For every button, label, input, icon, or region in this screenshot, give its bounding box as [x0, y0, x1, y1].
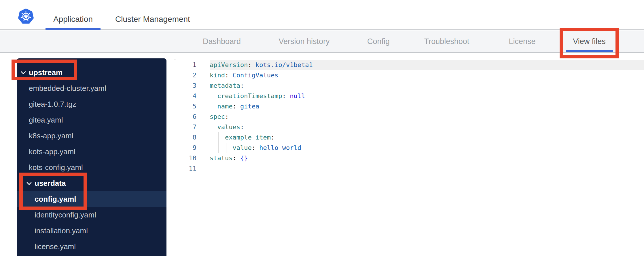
token-value: hello world [255, 144, 301, 151]
indent-guide [218, 132, 219, 143]
code-viewer[interactable]: 1apiVersion: kots.io/v1beta12kind: Confi… [174, 59, 644, 256]
topbar: ApplicationCluster Management [0, 0, 644, 30]
tree-item-license-yaml[interactable]: license.yaml [17, 239, 166, 255]
line-number: 8 [174, 132, 196, 143]
file-tree-sidebar[interactable]: upstreamembedded-cluster.yamlgitea-1.0.7… [17, 58, 166, 256]
token-value: ConfigValues [229, 72, 278, 79]
code-line-7: 7 values: [174, 122, 644, 132]
token-punct: : [225, 72, 229, 79]
code-line-content: spec: [210, 112, 644, 122]
token-const: {} [236, 154, 248, 162]
line-number: 2 [174, 70, 196, 81]
line-number: 7 [174, 122, 196, 132]
tree-item-installation-yaml[interactable]: installation.yaml [17, 223, 166, 239]
gutter-gap [196, 122, 210, 132]
tree-item-config-yaml[interactable]: config.yaml [17, 191, 166, 207]
token-punct: : [252, 144, 255, 151]
indent-guide [218, 143, 219, 153]
token-key: creationTimestamp [217, 92, 282, 100]
code-line-6: 6spec: [174, 112, 644, 122]
token-value: kots.io/v1beta1 [252, 61, 313, 68]
indent-guide [211, 143, 211, 153]
file-label: k8s-app.yaml [29, 131, 73, 140]
token-key: apiVersion [210, 61, 248, 68]
nav-tab-version-history[interactable]: Version history [272, 30, 336, 52]
code-line-3: 3metadata: [174, 81, 644, 91]
token-punct: : [240, 82, 244, 89]
code-line-content: kind: ConfigValues [210, 70, 644, 81]
line-number: 6 [174, 112, 196, 122]
token-punct: : [282, 92, 286, 100]
token-key: example_item [225, 134, 271, 141]
top-tab-cluster-management[interactable]: Cluster Management [107, 15, 198, 30]
token-key: name [217, 103, 233, 110]
code-line-content: status: {} [210, 153, 644, 163]
token-key: status [210, 154, 232, 162]
top-tabs: ApplicationCluster Management [46, 0, 198, 30]
file-label: installation.yaml [35, 226, 88, 235]
indent-guide [226, 143, 226, 153]
line-number: 1 [174, 60, 196, 70]
file-label: identityconfig.yaml [35, 211, 96, 219]
tree-item-identityconfig-yaml[interactable]: identityconfig.yaml [17, 207, 166, 223]
code-line-content: values: [210, 122, 644, 132]
line-number: 9 [174, 143, 196, 153]
code-line-content [210, 163, 644, 174]
file-label: kots-app.yaml [29, 147, 75, 156]
file-label: config.yaml [35, 195, 76, 204]
nav-tab-troubleshoot[interactable]: Troubleshoot [415, 30, 478, 52]
gutter-gap [196, 143, 210, 153]
token-punct: : [240, 123, 244, 131]
token-key: spec [210, 113, 225, 120]
code-line-2: 2kind: ConfigValues [174, 70, 644, 81]
nav-tab-license[interactable]: License [490, 30, 554, 52]
indent-guide [211, 132, 211, 143]
token-key: kind [210, 72, 225, 79]
gutter-gap [196, 81, 210, 91]
code-line-10: 10status: {} [174, 153, 644, 163]
nav-tab-config[interactable]: Config [347, 30, 410, 52]
tree-item-embedded-cluster-yaml[interactable]: embedded-cluster.yaml [17, 81, 166, 96]
token-const: null [286, 92, 305, 100]
code-line-5: 5 name: gitea [174, 101, 644, 112]
file-label: embedded-cluster.yaml [29, 84, 106, 93]
code-line-content: creationTimestamp: null [210, 91, 644, 101]
code-line-content: value: hello world [210, 143, 644, 153]
nav-tab-view-files[interactable]: View files [558, 30, 621, 52]
tree-item-upstream[interactable]: upstream [17, 65, 166, 81]
gutter-gap [196, 132, 210, 143]
token-key: value [232, 144, 251, 151]
top-tab-application[interactable]: Application [46, 15, 101, 30]
gutter-gap [196, 163, 210, 174]
tree-item-kots-config-yaml[interactable]: kots-config.yaml [17, 160, 166, 175]
code-line-content: name: gitea [210, 101, 644, 112]
token-key: metadata [210, 82, 240, 89]
folder-label: upstream [29, 68, 62, 77]
code-line-9: 9 value: hello world [174, 143, 644, 153]
folder-label: userdata [35, 179, 66, 188]
file-label: license.yaml [35, 242, 76, 251]
file-label: gitea.yaml [29, 116, 63, 125]
gutter-gap [196, 101, 210, 112]
token-punct: : [232, 154, 236, 162]
tree-item-kots-app-yaml[interactable]: kots-app.yaml [17, 144, 166, 160]
kubernetes-logo-icon[interactable] [17, 8, 35, 25]
file-label: kots-config.yaml [29, 163, 83, 172]
token-punct: : [225, 113, 229, 120]
tree-item-k8s-app-yaml[interactable]: k8s-app.yaml [17, 128, 166, 144]
line-number: 4 [174, 91, 196, 101]
tree-item-userdata[interactable]: userdata [17, 175, 166, 191]
tree-item-gitea-1-0-7-tgz[interactable]: gitea-1.0.7.tgz [17, 96, 166, 112]
code-line-1: 1apiVersion: kots.io/v1beta1 [174, 60, 644, 70]
indent-guide [211, 91, 211, 101]
nav-tab-dashboard[interactable]: Dashboard [190, 30, 253, 52]
tree-item-gitea-yaml[interactable]: gitea.yaml [17, 112, 166, 128]
gutter-gap [196, 70, 210, 81]
code-line-content: example_item: [210, 132, 644, 143]
gutter-gap [196, 153, 210, 163]
line-number: 3 [174, 81, 196, 91]
line-number: 10 [174, 153, 196, 163]
app-nav: DashboardVersion historyConfigTroublesho… [0, 30, 644, 53]
kots-admin-console: ApplicationCluster Management DashboardV… [0, 0, 644, 256]
gutter-gap [196, 112, 210, 122]
